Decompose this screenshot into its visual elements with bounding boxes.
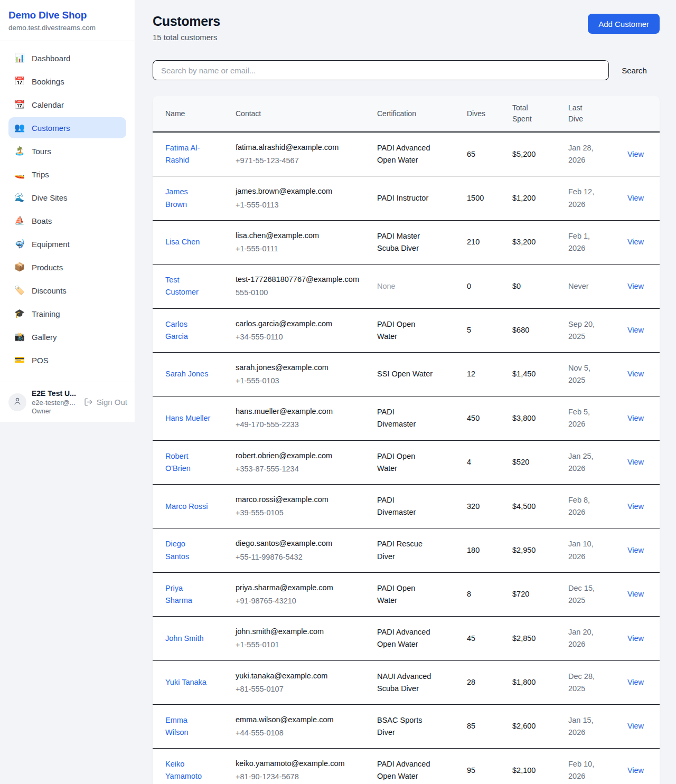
customer-dives: 1500 — [461, 176, 506, 220]
customer-last-dive: Jan 25, 2026 — [562, 440, 612, 484]
customer-phone: +39-555-0105 — [236, 507, 364, 519]
view-customer-link[interactable]: View — [627, 590, 644, 598]
customer-name-link[interactable]: Lisa Chen — [165, 238, 200, 246]
avatar — [8, 393, 26, 411]
trips-icon: 🚤 — [14, 170, 25, 178]
customer-dives: 95 — [461, 749, 506, 784]
customer-certification: PADI Instructor — [371, 176, 461, 220]
customer-name-link[interactable]: Sarah Jones — [165, 370, 208, 378]
customer-total-spent: $1,800 — [506, 660, 562, 704]
view-customer-link[interactable]: View — [627, 502, 644, 511]
view-customer-link[interactable]: View — [627, 458, 644, 466]
customer-name-link[interactable]: Priya Sharma — [165, 584, 192, 604]
sidebar-item-tours[interactable]: 🏝️ Tours — [8, 140, 126, 162]
dashboard-icon: 📊 — [14, 54, 25, 62]
customer-name-link[interactable]: Marco Rossi — [165, 502, 208, 511]
sidebar-item-pos[interactable]: 💳 POS — [8, 350, 126, 371]
view-customer-link[interactable]: View — [627, 238, 644, 246]
customer-email: marco.rossi@example.com — [236, 494, 364, 506]
table-row: Diego Santos diego.santos@example.com +5… — [153, 528, 660, 572]
customer-total-spent: $1,200 — [506, 176, 562, 220]
sidebar-item-label: Products — [32, 263, 63, 272]
sidebar-header: Demo Dive Shop demo.test.divestreams.com — [0, 0, 135, 41]
customer-name-link[interactable]: Hans Mueller — [165, 414, 210, 422]
search-button[interactable]: Search — [609, 66, 660, 75]
sidebar-nav: 📊 Dashboard 📅 Bookings 📆 Calendar 👥 Cust… — [0, 41, 135, 382]
sidebar-item-dive-sites[interactable]: 🌊 Dive Sites — [8, 187, 126, 208]
view-customer-link[interactable]: View — [627, 370, 644, 378]
dive-sites-icon: 🌊 — [14, 193, 25, 202]
customer-phone: +44-555-0108 — [236, 727, 364, 739]
sidebar: Demo Dive Shop demo.test.divestreams.com… — [0, 0, 135, 422]
customer-name-link[interactable]: Keiko Yamamoto — [165, 760, 202, 780]
customer-dives: 320 — [461, 485, 506, 528]
shop-domain: demo.test.divestreams.com — [8, 24, 124, 32]
customer-certification: PADI Open Water — [371, 572, 461, 616]
customer-email: carlos.garcia@example.com — [236, 318, 364, 330]
customer-certification: PADI Open Water — [371, 308, 461, 352]
customer-table-body: Fatima Al-Rashid fatima.alrashid@example… — [153, 132, 660, 784]
view-customer-link[interactable]: View — [627, 326, 644, 334]
customer-phone: +81-555-0107 — [236, 683, 364, 695]
customer-last-dive: Jan 10, 2026 — [562, 528, 612, 572]
customer-last-dive: Jan 15, 2026 — [562, 704, 612, 748]
customer-email: yuki.tanaka@example.com — [236, 670, 364, 682]
view-customer-link[interactable]: View — [627, 634, 644, 643]
customer-name-link[interactable]: Diego Santos — [165, 540, 189, 560]
sign-out-label: Sign Out — [97, 398, 127, 407]
view-customer-link[interactable]: View — [627, 414, 644, 422]
customer-total-spent: $2,100 — [506, 749, 562, 784]
customer-name-link[interactable]: Yuki Tanaka — [165, 678, 206, 686]
sidebar-item-products[interactable]: 📦 Products — [8, 257, 126, 278]
boats-icon: ⛵ — [14, 216, 25, 225]
customer-name-link[interactable]: James Brown — [165, 187, 188, 208]
table-row: James Brown james.brown@example.com +1-5… — [153, 176, 660, 220]
search-input[interactable] — [153, 60, 609, 80]
customer-name-link[interactable]: Carlos Garcia — [165, 320, 188, 341]
customer-name-link[interactable]: Fatima Al-Rashid — [165, 144, 200, 164]
customer-phone: +34-555-0110 — [236, 331, 364, 343]
customer-total-spent: $3,200 — [506, 220, 562, 264]
page-header: Customers 15 total customers Add Custome… — [153, 14, 660, 42]
view-customer-link[interactable]: View — [627, 150, 644, 158]
view-customer-link[interactable]: View — [627, 722, 644, 730]
table-row: Carlos Garcia carlos.garcia@example.com … — [153, 308, 660, 352]
customer-certification: PADI Advanced Open Water — [371, 749, 461, 784]
customer-name-link[interactable]: Robert O'Brien — [165, 452, 191, 473]
view-customer-link[interactable]: View — [627, 282, 644, 290]
customer-email: hans.mueller@example.com — [236, 405, 364, 418]
sidebar-item-boats[interactable]: ⛵ Boats — [8, 210, 126, 231]
sidebar-item-label: Bookings — [32, 77, 64, 86]
customer-name-link[interactable]: John Smith — [165, 634, 204, 643]
sidebar-item-trips[interactable]: 🚤 Trips — [8, 164, 126, 185]
customer-dives: 210 — [461, 220, 506, 264]
sidebar-item-equipment[interactable]: 🤿 Equipment — [8, 233, 126, 254]
view-customer-link[interactable]: View — [627, 194, 644, 202]
table-row: Emma Wilson emma.wilson@example.com +44-… — [153, 704, 660, 748]
view-customer-link[interactable]: View — [627, 766, 644, 774]
sidebar-item-customers[interactable]: 👥 Customers — [8, 117, 126, 138]
sidebar-item-label: Customers — [32, 124, 70, 133]
sidebar-item-training[interactable]: 🎓 Training — [8, 303, 126, 324]
sidebar-item-discounts[interactable]: 🏷️ Discounts — [8, 280, 126, 301]
customer-email: keiko.yamamoto@example.com — [236, 758, 364, 770]
customer-phone: +91-98765-43210 — [236, 595, 364, 607]
sign-out-button[interactable]: Sign Out — [84, 398, 127, 407]
table-row: John Smith john.smith@example.com +1-555… — [153, 617, 660, 660]
sidebar-item-gallery[interactable]: 📸 Gallery — [8, 326, 126, 347]
customer-name-link[interactable]: Test Customer — [165, 276, 199, 296]
customer-email: fatima.alrashid@example.com — [236, 141, 364, 154]
customer-email: lisa.chen@example.com — [236, 230, 364, 242]
view-customer-link[interactable]: View — [627, 678, 644, 686]
user-icon — [13, 396, 22, 408]
customer-name-link[interactable]: Emma Wilson — [165, 716, 189, 736]
customer-dives: 28 — [461, 660, 506, 704]
add-customer-button[interactable]: Add Customer — [588, 14, 660, 34]
view-customer-link[interactable]: View — [627, 546, 644, 554]
sidebar-item-bookings[interactable]: 📅 Bookings — [8, 71, 126, 92]
sidebar-item-dashboard[interactable]: 📊 Dashboard — [8, 48, 126, 69]
sidebar-item-calendar[interactable]: 📆 Calendar — [8, 94, 126, 115]
customer-phone: +971-55-123-4567 — [236, 155, 364, 167]
customer-total-spent: $4,500 — [506, 485, 562, 528]
customer-last-dive: Feb 10, 2026 — [562, 749, 612, 784]
